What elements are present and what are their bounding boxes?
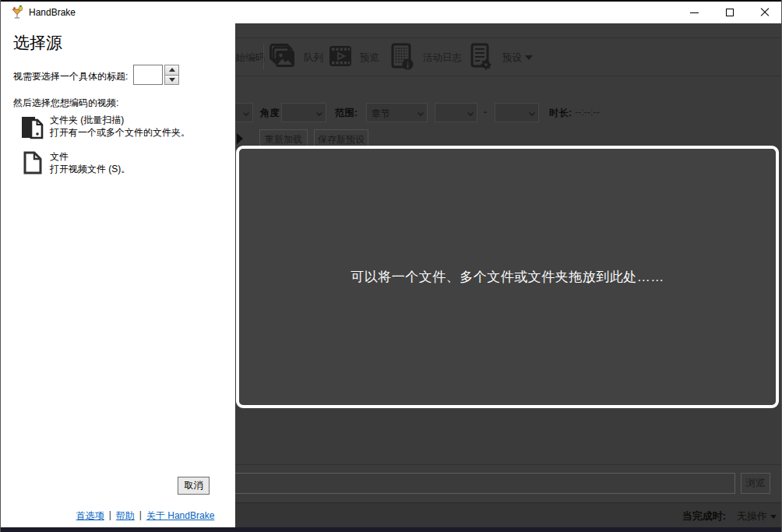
when-done-value[interactable]: 无操作 xyxy=(737,509,767,523)
window-top-border xyxy=(1,0,782,2)
range-start-select[interactable] xyxy=(435,103,477,122)
title-prompt-label: 视需要选择一个具体的标题: xyxy=(13,70,128,83)
activity-log-icon[interactable] xyxy=(391,43,414,71)
minimize-icon xyxy=(690,12,699,13)
preview-icon[interactable] xyxy=(329,45,352,67)
range-type-select[interactable]: 章节 xyxy=(366,103,428,122)
file-option-desc: 打开视频文件 (S)。 xyxy=(50,163,130,176)
range-label: 范围: xyxy=(335,107,358,120)
footer-separator: | xyxy=(109,509,111,523)
title-number-input[interactable] xyxy=(133,65,163,85)
open-folder-option[interactable]: 文件夹 (批量扫描) 打开有一个或多个文件的文件夹。 xyxy=(16,114,223,148)
video-prompt-label: 然后选择您想编码的视频: xyxy=(13,97,118,110)
when-done-caret-icon[interactable] xyxy=(770,515,777,519)
duration-value: --:--:-- xyxy=(575,107,600,118)
folder-batch-icon xyxy=(21,114,44,142)
angle-label: 角度 xyxy=(260,107,280,120)
queue-button[interactable]: 队列 xyxy=(304,51,323,65)
window-bottom-edge xyxy=(1,527,782,532)
about-link[interactable]: 关于 HandBrake xyxy=(146,509,214,523)
when-done-label: 当完成时: xyxy=(682,509,726,523)
queue-icon[interactable] xyxy=(269,43,295,69)
maximize-icon xyxy=(726,9,734,16)
destination-path-input[interactable] xyxy=(231,473,735,494)
preview-button[interactable]: 预览 xyxy=(360,51,379,65)
arrow-down-icon xyxy=(169,78,175,82)
title-number-stepper[interactable] xyxy=(164,65,179,85)
folder-option-title: 文件夹 (批量扫描) xyxy=(50,114,124,127)
range-type-value: 章节 xyxy=(372,107,390,121)
close-button[interactable] xyxy=(747,2,782,23)
chevron-down-icon xyxy=(243,110,248,115)
source-panel-title: 选择源 xyxy=(13,32,62,54)
file-option-title: 文件 xyxy=(50,150,69,164)
range-dash: - xyxy=(484,107,487,118)
content-divider xyxy=(235,464,782,465)
drop-zone[interactable]: 可以将一个文件、多个文件或文件夹拖放到此处…… xyxy=(236,146,779,408)
chevron-down-icon xyxy=(529,110,534,115)
handbrake-logo-icon xyxy=(11,5,25,19)
range-end-select[interactable] xyxy=(495,103,539,122)
stepper-up-button[interactable] xyxy=(164,65,179,76)
presets-button[interactable]: 预设 xyxy=(502,51,522,65)
toolbar-separator xyxy=(263,44,264,70)
footer-separator: | xyxy=(139,509,142,523)
close-icon xyxy=(760,8,770,17)
preset-expander-icon[interactable] xyxy=(237,133,243,144)
chevron-down-icon xyxy=(417,110,423,115)
drop-zone-message: 可以将一个文件、多个文件或文件夹拖放到此处…… xyxy=(350,268,664,286)
angle-select[interactable] xyxy=(281,103,326,122)
arrow-up-icon xyxy=(169,68,175,72)
cancel-button[interactable]: 取消 xyxy=(178,477,210,495)
browse-button[interactable]: 浏览 xyxy=(741,473,770,494)
help-link[interactable]: 帮助 xyxy=(116,509,135,523)
chevron-down-icon xyxy=(316,110,322,115)
source-selection-panel: 选择源 视需要选择一个具体的标题: 然后选择您想编码的视频: 文件夹 (批量扫描… xyxy=(1,23,235,527)
presets-dropdown-caret-icon[interactable] xyxy=(525,55,533,60)
file-icon xyxy=(23,151,42,174)
minimize-button[interactable] xyxy=(677,2,712,23)
open-file-option[interactable]: 文件 打开视频文件 (S)。 xyxy=(16,150,223,185)
preferences-link[interactable]: 首选项 xyxy=(76,509,104,523)
activity-log-button[interactable]: 活动日志 xyxy=(423,51,462,65)
folder-option-desc: 打开有一个或多个文件的文件夹。 xyxy=(50,126,190,139)
maximize-button[interactable] xyxy=(712,2,747,23)
title-bar[interactable]: HandBrake xyxy=(1,2,782,23)
stepper-down-button[interactable] xyxy=(164,75,179,86)
handbrake-window: HandBrake 开始编码 队列 预览 活动日志 xyxy=(0,0,782,532)
window-title: HandBrake xyxy=(29,7,76,18)
footer-links: 首选项 | 帮助 | 关于 HandBrake xyxy=(1,509,235,523)
presets-icon[interactable] xyxy=(470,43,492,71)
duration-label: 时长: xyxy=(549,107,572,120)
chevron-down-icon xyxy=(467,110,473,115)
